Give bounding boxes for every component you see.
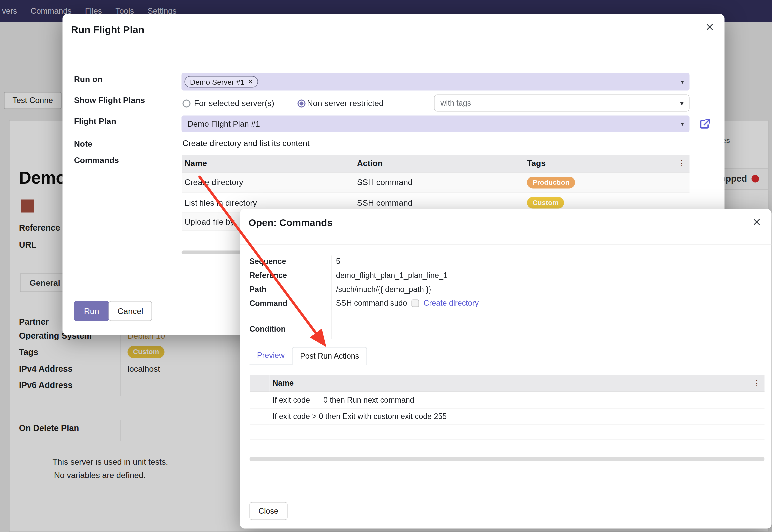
- header-divider: [240, 244, 772, 245]
- cell-name: If exit code == 0 then Run next command: [270, 392, 765, 408]
- label-commands: Commands: [74, 156, 119, 165]
- run-button[interactable]: Run: [74, 301, 109, 321]
- column-header-name[interactable]: Name: [182, 155, 354, 172]
- table-row[interactable]: If exit code > 0 then Exit with custom e…: [250, 408, 765, 425]
- tag-badge-custom: Custom: [527, 197, 564, 208]
- close-icon[interactable]: ✕: [705, 22, 715, 33]
- column-header-action[interactable]: Action: [354, 155, 524, 172]
- value-command: SSH command sudo Create directory: [336, 299, 479, 308]
- caret-down-icon: ▾: [681, 120, 684, 128]
- kebab-menu-icon[interactable]: ⋮: [753, 379, 761, 388]
- value-sequence: 5: [336, 257, 340, 266]
- tab-post-run-actions[interactable]: Post Run Actions: [292, 347, 367, 365]
- label-condition: Condition: [250, 325, 286, 334]
- remove-tag-icon[interactable]: ✕: [248, 79, 253, 85]
- label-reference: Reference: [250, 271, 287, 280]
- command-checkbox[interactable]: [412, 299, 419, 307]
- tab-preview[interactable]: Preview: [250, 347, 292, 365]
- server-tag-label: Demo Server #1: [190, 78, 245, 86]
- caret-down-icon: ▾: [681, 78, 684, 86]
- commands-modal-title: Open: Commands: [249, 217, 333, 229]
- label-path: Path: [250, 285, 266, 294]
- server-tag-pill[interactable]: Demo Server #1 ✕: [185, 76, 258, 88]
- cell-name: [270, 425, 765, 440]
- horizontal-scrollbar[interactable]: [250, 457, 765, 461]
- cell-checkbox: [250, 408, 270, 425]
- value-reference: demo_flight_plan_1_plan_line_1: [336, 271, 448, 280]
- caret-down-icon: ▾: [680, 99, 684, 107]
- table-row[interactable]: Create directory SSH command Production: [182, 172, 690, 193]
- run-on-select[interactable]: Demo Server #1 ✕ ▾: [182, 73, 690, 91]
- label-sequence: Sequence: [250, 257, 286, 266]
- label-value-separator: [332, 256, 332, 339]
- run-modal-title: Run Flight Plan: [71, 24, 144, 36]
- radio-for-selected-servers[interactable]: [183, 100, 191, 108]
- cell-name: Create directory: [182, 172, 354, 193]
- table-row-empty: [250, 425, 765, 440]
- tab-bar: Preview Post Run Actions: [250, 347, 367, 365]
- kebab-menu-icon[interactable]: ⋮: [678, 159, 686, 168]
- cancel-button[interactable]: Cancel: [109, 301, 152, 321]
- table-header-row: Name ⋮: [250, 375, 765, 392]
- cell-checkbox: [250, 392, 270, 408]
- label-note: Note: [74, 139, 92, 149]
- command-text: SSH command sudo: [336, 299, 407, 308]
- column-header-tags[interactable]: Tags ⋮: [524, 155, 690, 172]
- label-run-on: Run on: [74, 75, 102, 84]
- label-flight-plan: Flight Plan: [74, 117, 116, 126]
- label-command: Command: [250, 299, 288, 308]
- table-row[interactable]: If exit code == 0 then Run next command: [250, 392, 765, 408]
- cell-name: If exit code > 0 then Exit with custom e…: [270, 408, 765, 425]
- radio-non-server-restricted-label[interactable]: Non server restricted: [307, 99, 384, 108]
- cell-action: SSH command: [354, 172, 524, 193]
- external-link-icon[interactable]: [699, 117, 712, 131]
- column-header-name[interactable]: Name ⋮: [270, 375, 765, 392]
- cell-checkbox: [250, 425, 270, 440]
- label-show-flight-plans: Show Flight Plans: [74, 96, 145, 105]
- flight-plan-value: Demo Flight Plan #1: [188, 119, 260, 128]
- radio-for-selected-servers-label[interactable]: For selected server(s): [194, 99, 274, 108]
- radio-non-server-restricted[interactable]: [298, 100, 306, 108]
- with-tags-select[interactable]: with tags ▾: [434, 95, 690, 112]
- column-header-tags-label: Tags: [527, 159, 546, 168]
- close-icon[interactable]: ✕: [752, 217, 762, 228]
- close-button[interactable]: Close: [250, 502, 287, 520]
- tag-badge-production: Production: [527, 177, 575, 188]
- post-run-actions-table: Name ⋮ If exit code == 0 then Run next c…: [250, 375, 765, 440]
- table-header-row: Name Action Tags ⋮: [182, 155, 690, 172]
- open-commands-modal: Open: Commands ✕ Sequence 5 Reference de…: [240, 209, 772, 529]
- note-value: Create directory and list its content: [183, 139, 310, 148]
- column-header-name-label: Name: [273, 379, 294, 387]
- app-window: vers Commands Files Tools Settings Test …: [0, 0, 772, 532]
- cell-tags: Production: [524, 172, 690, 193]
- command-link[interactable]: Create directory: [424, 299, 479, 308]
- with-tags-placeholder: with tags: [441, 99, 471, 108]
- flight-plan-select[interactable]: Demo Flight Plan #1 ▾: [182, 116, 690, 132]
- checkbox-column-header: [250, 375, 270, 392]
- value-path: /such/much/{{ demo_path }}: [336, 285, 431, 294]
